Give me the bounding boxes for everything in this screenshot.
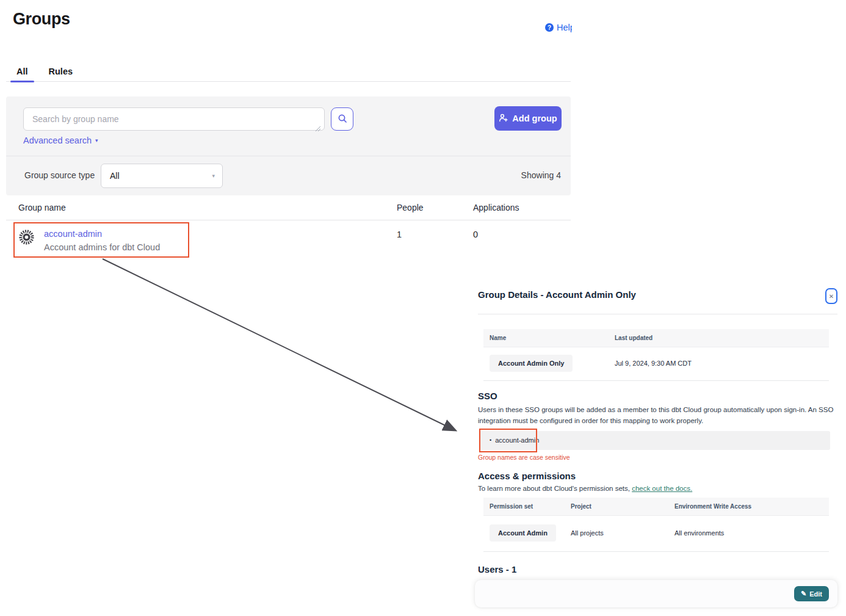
docs-prefix: To learn more about dbt Cloud's permissi…: [478, 485, 632, 492]
col-applications: Applications: [473, 203, 571, 212]
close-icon: ✕: [829, 293, 834, 300]
search-input[interactable]: [23, 107, 325, 131]
advanced-search-toggle[interactable]: Advanced search ▾: [23, 136, 98, 145]
group-details-panel: Group Details - Account Admin Only ✕ Nam…: [478, 282, 837, 574]
search-button[interactable]: [331, 107, 353, 131]
tab-rules[interactable]: Rules: [38, 61, 84, 81]
tab-bar: All Rules: [6, 61, 571, 82]
groups-table-header: Group name People Applications: [6, 195, 571, 220]
tab-all[interactable]: All: [6, 61, 38, 81]
access-permissions-heading: Access & permissions: [478, 471, 837, 481]
search-icon: [338, 114, 347, 125]
help-link[interactable]: ? Help: [545, 23, 572, 32]
info-table-header: Name Last updated: [483, 329, 829, 347]
people-count: 1: [397, 229, 473, 252]
table-row[interactable]: account-admin Account admins for dbt Clo…: [6, 220, 571, 262]
group-info-table: Name Last updated Account Admin Only Jul…: [483, 329, 829, 381]
sso-group-row-wrap: • account-admin: [479, 431, 837, 450]
bullet-icon: •: [490, 437, 491, 443]
col-group-name: Group name: [18, 203, 397, 212]
group-source-type-select[interactable]: All ▾: [101, 164, 223, 188]
col-last-updated: Last updated: [615, 335, 829, 341]
docs-line: To learn more about dbt Cloud's permissi…: [478, 485, 837, 492]
project-value: All projects: [571, 529, 674, 537]
sso-heading: SSO: [478, 391, 837, 401]
details-footer-bar: ✎ Edit: [475, 580, 837, 607]
close-button[interactable]: ✕: [825, 288, 837, 304]
sso-description: Users in these SSO groups will be added …: [478, 405, 837, 427]
filter-divider: [6, 156, 571, 156]
caret-down-icon: ▾: [95, 138, 98, 143]
caret-down-icon: ▾: [212, 173, 215, 179]
details-title: Group Details - Account Admin Only: [478, 289, 636, 300]
group-source-type-label: Group source type: [24, 170, 95, 180]
group-description: Account admins for dbt Cloud: [44, 242, 160, 252]
add-group-label: Add group: [512, 114, 557, 123]
group-texts: account-admin Account admins for dbt Clo…: [44, 229, 160, 252]
env-write-access-value: All environments: [674, 529, 829, 537]
permission-set-chip: Account Admin: [490, 524, 556, 542]
filter-panel: Add group Advanced search ▾ Group source…: [6, 96, 571, 195]
showing-count: Showing 4: [521, 170, 561, 180]
selected-source-type: All: [110, 171, 120, 181]
groups-admin-page: Groups ? Help All Rules Add group Advanc…: [0, 0, 846, 616]
col-permission-set: Permission set: [490, 503, 571, 510]
permissions-table: Permission set Project Environment Write…: [483, 498, 829, 552]
case-sensitive-warning: Group names are case sensitive: [478, 454, 837, 461]
group-name-cell: account-admin Account admins for dbt Clo…: [18, 229, 397, 252]
add-user-icon: [499, 114, 508, 124]
edit-button[interactable]: ✎ Edit: [794, 586, 829, 601]
sso-group-row: • account-admin: [479, 431, 830, 450]
permissions-table-row: Account Admin All projects All environme…: [483, 516, 829, 552]
dbt-group-icon: [18, 229, 35, 252]
last-updated-value: Jul 9, 2024, 9:30 AM CDT: [615, 360, 829, 367]
help-label: Help: [557, 23, 572, 32]
sso-group-name: account-admin: [495, 437, 539, 444]
resize-grip-icon[interactable]: [315, 123, 321, 134]
col-name: Name: [490, 335, 615, 341]
col-env-write-access: Environment Write Access: [674, 503, 829, 510]
groups-table: Group name People Applications account-a…: [6, 195, 571, 262]
page-title: Groups: [13, 10, 70, 29]
add-group-button[interactable]: Add group: [494, 106, 562, 131]
users-heading: Users - 1: [478, 564, 837, 574]
question-circle-icon: ?: [545, 23, 554, 32]
permissions-table-header: Permission set Project Environment Write…: [483, 498, 829, 516]
group-name-chip: Account Admin Only: [490, 355, 573, 372]
applications-count: 0: [473, 229, 571, 252]
docs-link[interactable]: check out the docs.: [632, 485, 692, 492]
pencil-icon: ✎: [801, 590, 806, 597]
details-header: Group Details - Account Admin Only ✕: [478, 282, 837, 314]
col-project: Project: [571, 503, 674, 510]
col-people: People: [397, 203, 473, 212]
info-table-row: Account Admin Only Jul 9, 2024, 9:30 AM …: [483, 347, 829, 381]
group-name-link[interactable]: account-admin: [44, 229, 160, 239]
advanced-search-label: Advanced search: [23, 136, 92, 145]
edit-label: Edit: [809, 590, 822, 598]
